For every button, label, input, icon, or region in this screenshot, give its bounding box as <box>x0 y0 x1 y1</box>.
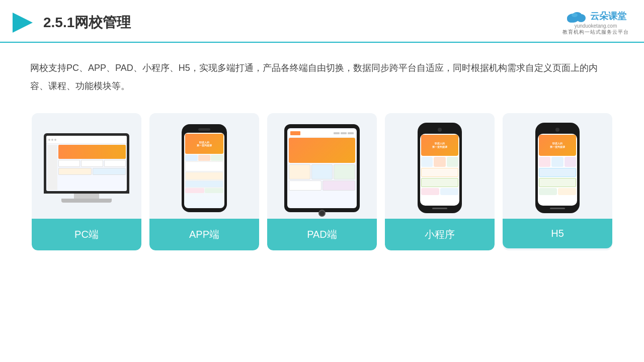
play-icon <box>10 10 35 35</box>
description: 网校支持PC、APP、PAD、小程序、H5，实现多端打通，产品各终端自由切换，数… <box>0 43 644 103</box>
logo-cloud: 云朵课堂 <box>565 9 626 23</box>
card-pc: PC端 <box>32 113 141 250</box>
app-label: APP端 <box>149 219 259 250</box>
svg-point-3 <box>577 14 586 22</box>
pad-image-area <box>267 113 377 219</box>
page-title: 2.5.1网校管理 <box>43 13 131 32</box>
logo-domain: yunduoketang.com <box>575 23 617 29</box>
logo-tagline: 教育机构一站式服务云平台 <box>562 29 629 36</box>
page: 2.5.1网校管理 云朵课堂 yunduoketang.com 教育机构一站式服… <box>0 0 644 362</box>
cloud-icon <box>565 9 587 23</box>
h5-image-area: 职进人的第一堂判提课 <box>503 113 612 219</box>
pc-mockup <box>44 133 129 203</box>
pad-tablet-mockup <box>284 124 360 212</box>
logo-text: 云朵课堂 <box>590 10 626 22</box>
card-miniprogram: 职进人的第一堂判提课 <box>385 113 495 250</box>
pc-image-area <box>32 113 141 219</box>
h5-phone-mockup: 职进人的第一堂判提课 <box>535 123 580 213</box>
cards-area: PC端 职进人的第一堂判提课 <box>0 103 644 250</box>
pc-screen <box>46 136 127 191</box>
description-text: 网校支持PC、APP、PAD、小程序、H5，实现多端打通，产品各终端自由切换，数… <box>30 63 598 91</box>
miniprogram-label: 小程序 <box>385 219 495 250</box>
app-phone-mockup: 职进人的第一堂判提课 <box>182 124 227 212</box>
miniprogram-phone-mockup: 职进人的第一堂判提课 <box>418 123 462 213</box>
svg-point-5 <box>572 13 578 17</box>
logo-area: 云朵课堂 yunduoketang.com 教育机构一站式服务云平台 <box>562 9 629 36</box>
miniprogram-image-area: 职进人的第一堂判提课 <box>385 113 495 219</box>
card-pad: PAD端 <box>267 113 377 250</box>
header-left: 2.5.1网校管理 <box>10 10 131 35</box>
h5-label: H5 <box>503 219 612 248</box>
card-app: 职进人的第一堂判提课 <box>149 113 259 250</box>
card-h5: 职进人的第一堂判提课 <box>503 113 612 250</box>
pad-label: PAD端 <box>267 219 377 250</box>
pc-monitor <box>44 133 129 194</box>
pc-label: PC端 <box>32 219 141 250</box>
header: 2.5.1网校管理 云朵课堂 yunduoketang.com 教育机构一站式服… <box>0 0 644 43</box>
app-image-area: 职进人的第一堂判提课 <box>149 113 259 219</box>
svg-marker-0 <box>13 13 33 33</box>
